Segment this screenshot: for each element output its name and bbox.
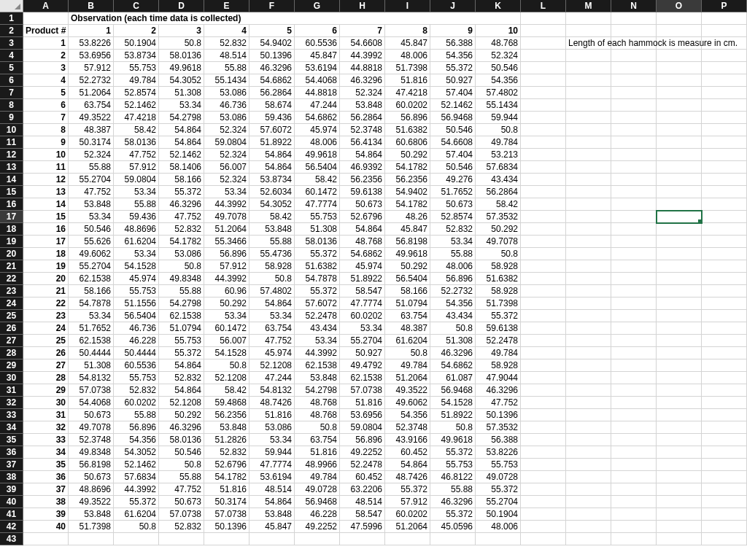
cell-N29[interactable]: [611, 359, 657, 372]
cell-A42[interactable]: 40: [23, 521, 69, 533]
cell-H28[interactable]: 50.927: [340, 347, 385, 359]
cell-F14[interactable]: 53.8734: [249, 174, 295, 186]
cell-H27[interactable]: 55.2704: [340, 335, 385, 347]
cell-A20[interactable]: 18: [23, 248, 69, 260]
cell-N28[interactable]: [611, 347, 657, 359]
cell-H16[interactable]: 50.673: [340, 198, 385, 211]
row-head-23[interactable]: 23: [0, 285, 23, 298]
cell-D13[interactable]: 58.1406: [159, 161, 204, 174]
cell-O10[interactable]: [657, 124, 702, 136]
cell-N34[interactable]: [611, 421, 657, 434]
cell-E8[interactable]: 46.736: [204, 99, 249, 112]
cell-P2[interactable]: [702, 25, 747, 37]
cell-B11[interactable]: 50.3174: [69, 136, 114, 149]
cell-E31[interactable]: 58.42: [204, 384, 249, 397]
cell-J6[interactable]: 50.927: [430, 74, 476, 87]
cell-G24[interactable]: 57.6072: [295, 298, 340, 310]
cell-J5[interactable]: 55.372: [430, 62, 476, 74]
cell-J41[interactable]: 55.372: [430, 508, 476, 521]
cell-J9[interactable]: 56.9468: [430, 112, 476, 124]
cell-N39[interactable]: [611, 483, 657, 496]
cell-H18[interactable]: 54.864: [340, 223, 385, 236]
row-head-34[interactable]: 34: [0, 421, 23, 434]
cell-D18[interactable]: 52.832: [159, 223, 204, 236]
cell-C28[interactable]: 50.4444: [114, 347, 159, 359]
cell-G11[interactable]: 48.006: [295, 136, 340, 149]
cell-F26[interactable]: 63.754: [249, 322, 295, 335]
cell-P10[interactable]: [702, 124, 747, 136]
cell-F28[interactable]: 45.974: [249, 347, 295, 359]
cell-C31[interactable]: 52.832: [114, 384, 159, 397]
cell-C8[interactable]: 52.1462: [114, 99, 159, 112]
cell-A29[interactable]: 27: [23, 359, 69, 372]
cell-L4[interactable]: [521, 50, 566, 62]
col-head-L[interactable]: L: [521, 0, 566, 12]
cell-C29[interactable]: 60.5536: [114, 359, 159, 372]
cell-M31[interactable]: [566, 384, 611, 397]
cell-F40[interactable]: 54.864: [249, 496, 295, 508]
row-head-9[interactable]: 9: [0, 112, 23, 124]
cell-C39[interactable]: 44.3992: [114, 483, 159, 496]
cell-I33[interactable]: 54.356: [385, 409, 430, 421]
cell-K37[interactable]: 55.753: [476, 459, 521, 471]
cell-K10[interactable]: 50.8: [476, 124, 521, 136]
cell-M2[interactable]: [566, 25, 611, 37]
cell-A9[interactable]: 7: [23, 112, 69, 124]
row-head-41[interactable]: 41: [0, 508, 23, 521]
cell-N22[interactable]: [611, 273, 657, 285]
cell-O18[interactable]: [657, 223, 702, 236]
cell-E18[interactable]: 51.2064: [204, 223, 249, 236]
cell-A24[interactable]: 22: [23, 298, 69, 310]
cell-K28[interactable]: 49.784: [476, 347, 521, 359]
cell-J25[interactable]: 43.434: [430, 310, 476, 322]
cell-P24[interactable]: [702, 298, 747, 310]
cell-C38[interactable]: 57.6834: [114, 471, 159, 483]
cell-G18[interactable]: 51.308: [295, 223, 340, 236]
cell-C20[interactable]: 53.34: [114, 248, 159, 260]
cell-F18[interactable]: 53.848: [249, 223, 295, 236]
cell-A15[interactable]: 13: [23, 186, 69, 198]
col-head-H[interactable]: H: [340, 0, 385, 12]
cell-I37[interactable]: 54.864: [385, 459, 430, 471]
cell-N4[interactable]: [611, 50, 657, 62]
cell-L6[interactable]: [521, 74, 566, 87]
cell-D38[interactable]: 55.88: [159, 471, 204, 483]
cell-N40[interactable]: [611, 496, 657, 508]
cell-M35[interactable]: [566, 434, 611, 446]
cell-H10[interactable]: 52.3748: [340, 124, 385, 136]
cell-H3[interactable]: 54.6608: [340, 37, 385, 50]
cell-H17[interactable]: 52.6796: [340, 211, 385, 223]
cell-B38[interactable]: 50.673: [69, 471, 114, 483]
cell-C11[interactable]: 58.0136: [114, 136, 159, 149]
cell-K19[interactable]: 49.7078: [476, 236, 521, 248]
cell-L20[interactable]: [521, 248, 566, 260]
col-head-N[interactable]: N: [611, 0, 657, 12]
cell-J17[interactable]: 52.8574: [430, 211, 476, 223]
cell-N12[interactable]: [611, 149, 657, 161]
cell-E15[interactable]: 53.34: [204, 186, 249, 198]
cell-L40[interactable]: [521, 496, 566, 508]
row-head-40[interactable]: 40: [0, 496, 23, 508]
cell-B24[interactable]: 54.7878: [69, 298, 114, 310]
cell-G2[interactable]: 6: [295, 25, 340, 37]
cell-F3[interactable]: 54.9402: [249, 37, 295, 50]
cell-B10[interactable]: 48.387: [69, 124, 114, 136]
row-head-2[interactable]: 2: [0, 25, 23, 37]
cell-F16[interactable]: 54.3052: [249, 198, 295, 211]
cell-D8[interactable]: 53.34: [159, 99, 204, 112]
cell-L24[interactable]: [521, 298, 566, 310]
cell-I13[interactable]: 54.1782: [385, 161, 430, 174]
cell-F30[interactable]: 47.244: [249, 372, 295, 384]
cell-L23[interactable]: [521, 285, 566, 298]
cell-F39[interactable]: 48.514: [249, 483, 295, 496]
cell-M30[interactable]: [566, 372, 611, 384]
cell-N25[interactable]: [611, 310, 657, 322]
cell-O24[interactable]: [657, 298, 702, 310]
cell-O13[interactable]: [657, 161, 702, 174]
cell-O16[interactable]: [657, 198, 702, 211]
cell-M19[interactable]: [566, 236, 611, 248]
cell-K7[interactable]: 57.4802: [476, 87, 521, 99]
cell-K8[interactable]: 55.1434: [476, 99, 521, 112]
cell-D3[interactable]: 50.8: [159, 37, 204, 50]
cell-J32[interactable]: 54.1528: [430, 397, 476, 409]
